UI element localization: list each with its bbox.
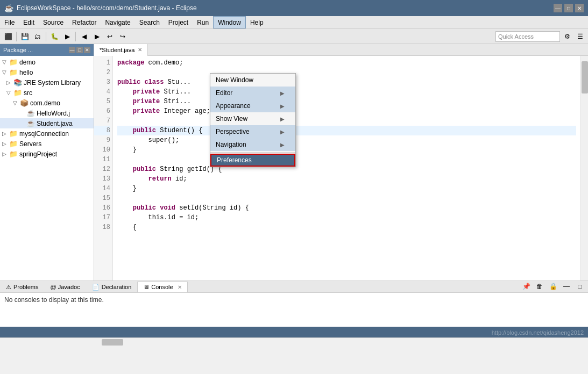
- code-line: }: [117, 184, 576, 193]
- panel-minimize-btn[interactable]: —: [69, 47, 75, 53]
- window-title: EclipseWorkSpace - hello/src/com/demo/St…: [17, 4, 554, 12]
- code-line: super();: [117, 135, 576, 145]
- tab-javadoc[interactable]: @ Javadoc: [44, 282, 86, 292]
- tree-item-spring[interactable]: ▷ 📁 springProject: [0, 149, 94, 159]
- menu-new-window[interactable]: New Window: [210, 74, 295, 87]
- quick-access-box[interactable]: Quick Access: [495, 31, 560, 42]
- code-line: package com.demo;: [117, 58, 576, 68]
- minimize-button[interactable]: —: [554, 4, 562, 12]
- tree-item-hello[interactable]: ▽ 📁 hello: [0, 67, 94, 77]
- tree-item-student[interactable]: ☕ Student.java: [0, 118, 94, 128]
- tree-label: HelloWord.j: [37, 110, 70, 117]
- menu-search[interactable]: Search: [135, 16, 164, 28]
- next-button[interactable]: ▶: [91, 31, 103, 42]
- menu-file[interactable]: File: [0, 16, 19, 28]
- menu-show-view[interactable]: Show View ▶: [210, 112, 295, 125]
- window-dropdown-menu[interactable]: New Window Editor ▶ Appearance ▶ Show Vi…: [210, 73, 296, 167]
- console-icon: 🖥: [143, 284, 149, 290]
- java-icon: ☕: [26, 119, 35, 127]
- menu-appearance[interactable]: Appearance ▶: [210, 99, 295, 112]
- tab-close-icon[interactable]: ✕: [138, 47, 142, 53]
- menu-navigate[interactable]: Navigate: [101, 16, 134, 28]
- menu-editor[interactable]: Editor ▶: [210, 87, 295, 99]
- tree-label: demo: [19, 59, 36, 66]
- expand-icon: ▽: [6, 90, 12, 96]
- code-line: }: [117, 145, 576, 155]
- menu-preferences[interactable]: Preferences: [210, 154, 295, 167]
- vertical-scrollbar[interactable]: [580, 56, 588, 280]
- close-button[interactable]: ✕: [575, 4, 584, 12]
- code-line: return id;: [117, 174, 576, 184]
- expand-icon: ▷: [6, 80, 12, 85]
- menu-item-label: Show View: [216, 115, 247, 123]
- menu-bar: File Edit Source Refactor Navigate Searc…: [0, 16, 588, 29]
- minimize-view-button[interactable]: —: [561, 280, 572, 292]
- h-scrollbar-thumb[interactable]: [102, 339, 123, 346]
- scrollbar-thumb[interactable]: [582, 61, 588, 94]
- clear-button[interactable]: 🗑: [534, 280, 546, 292]
- editor-area: *Student.java ✕ 12345 678 910111213 1415…: [94, 44, 588, 280]
- folder-icon: 📁: [13, 89, 22, 97]
- sep1: [16, 32, 17, 41]
- maximize-view-button[interactable]: □: [574, 280, 586, 292]
- tab-declaration[interactable]: 📄 Declaration: [86, 282, 138, 292]
- menu-edit[interactable]: Edit: [19, 16, 39, 28]
- panel-header: Package ... — □ ✕: [0, 44, 94, 56]
- debug-button[interactable]: 🐛: [48, 31, 60, 42]
- package-explorer: Package ... — □ ✕ ▽ 📁 demo ▽ 📁 hello ▷ 📚…: [0, 44, 94, 280]
- menu-navigation[interactable]: Navigation ▶: [210, 138, 295, 151]
- menu-source[interactable]: Source: [39, 16, 68, 28]
- tree-item-src[interactable]: ▽ 📁 src: [0, 88, 94, 98]
- console-text: No consoles to display at this time.: [4, 296, 104, 304]
- expand-icon: ▽: [2, 59, 8, 65]
- scroll-lock-button[interactable]: 🔒: [547, 280, 559, 292]
- run-button[interactable]: ▶: [61, 31, 73, 42]
- save-all-button[interactable]: 🗂: [32, 31, 44, 42]
- folder-icon: 📁: [9, 140, 18, 148]
- tree-item-mysql[interactable]: ▷ 📁 mysqlConnection: [0, 128, 94, 139]
- bottom-tab-bar: ⚠ Problems @ Javadoc 📄 Declaration 🖥 Con…: [0, 281, 588, 293]
- problems-icon: ⚠: [6, 284, 11, 291]
- folder-icon: 📁: [9, 150, 18, 158]
- menu-window[interactable]: Window: [213, 16, 246, 28]
- menu-refactor[interactable]: Refactor: [68, 16, 101, 28]
- menu-perspective[interactable]: Perspective ▶: [210, 125, 295, 138]
- code-area: 12345 678 910111213 1415161718 package c…: [94, 56, 588, 280]
- tree-label: JRE System Library: [24, 79, 81, 87]
- tree-item-servers[interactable]: ▷ 📁 Servers: [0, 139, 94, 149]
- tab-close-icon[interactable]: ✕: [178, 284, 182, 290]
- save-button[interactable]: 💾: [19, 31, 31, 42]
- maximize-button[interactable]: □: [564, 4, 573, 12]
- tree-item-demo[interactable]: ▽ 📁 demo: [0, 57, 94, 67]
- submenu-arrow-icon: ▶: [280, 103, 285, 109]
- expand-icon: ▷: [2, 151, 8, 157]
- back-button[interactable]: ↩: [104, 31, 116, 42]
- prev-button[interactable]: ◀: [78, 31, 90, 42]
- menu-project[interactable]: Project: [164, 16, 193, 28]
- code-content[interactable]: package com.demo; public class Stu... pr…: [113, 56, 580, 280]
- toolbar-btn-extra1[interactable]: ⚙: [561, 31, 573, 42]
- tab-console[interactable]: 🖥 Console ✕: [137, 282, 187, 292]
- panel-close-btn[interactable]: ✕: [84, 47, 90, 53]
- tree-item-comdemo[interactable]: ▽ 📦 com.demo: [0, 98, 94, 108]
- title-bar: ☕ EclipseWorkSpace - hello/src/com/demo/…: [0, 0, 588, 16]
- toolbar-btn-extra2[interactable]: ☰: [574, 31, 586, 42]
- app-icon: ☕: [4, 4, 13, 12]
- bottom-scrollbar[interactable]: [0, 337, 588, 346]
- tab-problems[interactable]: ⚠ Problems: [0, 282, 44, 292]
- submenu-arrow-icon: ▶: [280, 129, 285, 135]
- menu-item-label: Navigation: [216, 141, 246, 148]
- console-content: No consoles to display at this time.: [0, 293, 588, 307]
- forward-button[interactable]: ↪: [117, 31, 129, 42]
- menu-run[interactable]: Run: [193, 16, 213, 28]
- tree-item-jre[interactable]: ▷ 📚 JRE System Library: [0, 77, 94, 88]
- pin-button[interactable]: 📌: [520, 280, 532, 292]
- panel-title: Package ...: [3, 47, 33, 53]
- tab-label: *Student.java: [100, 47, 134, 53]
- panel-maximize-btn[interactable]: □: [76, 47, 83, 53]
- editor-tab-student[interactable]: *Student.java ✕: [94, 44, 148, 56]
- tree-item-helloword[interactable]: ☕ HelloWord.j: [0, 108, 94, 118]
- code-line: private Integer age;: [117, 106, 576, 116]
- new-button[interactable]: ⬛: [2, 31, 14, 42]
- menu-help[interactable]: Help: [246, 16, 268, 28]
